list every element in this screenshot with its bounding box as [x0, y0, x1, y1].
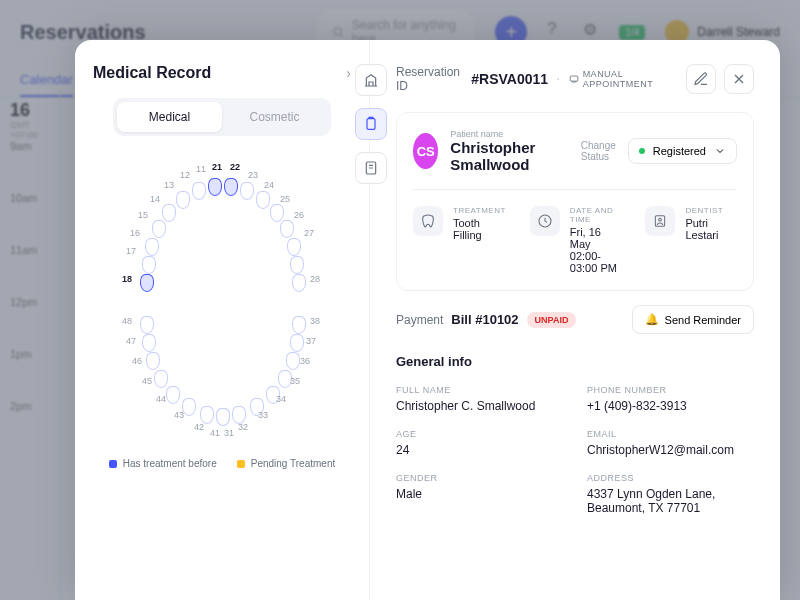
address: 4337 Lynn Ogden Lane, Beaumont, TX 77701 — [587, 487, 754, 515]
reservation-details: Reservation ID #RSVA0011 · MANUAL APPOIN… — [370, 40, 780, 600]
medical-record-title: Medical Record — [93, 64, 211, 82]
svg-point-6 — [659, 218, 662, 221]
status-select[interactable]: Registered — [628, 138, 737, 164]
note-icon[interactable] — [355, 152, 387, 184]
edit-button[interactable] — [686, 64, 716, 94]
teeth-chart[interactable]: 2122 1112 1314 1516 1718 2324 2526 2728 … — [112, 156, 332, 446]
record-type-segment: Medical Cosmetic — [113, 98, 331, 136]
tooth-icon — [413, 206, 443, 236]
chart-legend: Has treatment before Pending Treatment — [93, 458, 351, 469]
reservation-modal: Medical Record › Medical Cosmetic — [75, 40, 780, 600]
clock-icon — [530, 206, 560, 236]
payment-status-badge: UNPAID — [527, 312, 577, 328]
close-button[interactable] — [724, 64, 754, 94]
medical-record-panel: Medical Record › Medical Cosmetic — [75, 40, 370, 600]
dentist-icon — [645, 206, 675, 236]
general-info-grid: FULL NAMEChristopher C. Smallwood PHONE … — [396, 385, 754, 515]
phone: +1 (409)-832-3913 — [587, 399, 754, 413]
patient-avatar: CS — [413, 133, 438, 169]
gender: Male — [396, 487, 563, 501]
general-info-title: General info — [396, 354, 754, 369]
clipboard-icon[interactable] — [355, 108, 387, 140]
send-reminder-button[interactable]: 🔔Send Reminder — [632, 305, 754, 334]
reservation-id: #RSVA0011 — [471, 71, 548, 87]
reservation-id-label: Reservation ID — [396, 65, 463, 93]
patient-name: Christopher Smallwood — [450, 139, 568, 173]
bill-number: Bill #10102 — [451, 312, 518, 327]
svg-rect-1 — [367, 119, 375, 130]
bank-icon[interactable] — [355, 64, 387, 96]
tab-medical[interactable]: Medical — [117, 102, 222, 132]
age: 24 — [396, 443, 563, 457]
chevron-right-icon[interactable]: › — [346, 65, 351, 81]
full-name: Christopher C. Smallwood — [396, 399, 563, 413]
patient-card: CS Patient name Christopher Smallwood Ch… — [396, 112, 754, 291]
email: ChristopherW12@mail.com — [587, 443, 754, 457]
manual-badge: MANUAL APPOINTMENT — [569, 69, 678, 89]
tab-cosmetic[interactable]: Cosmetic — [222, 102, 327, 132]
svg-rect-3 — [570, 76, 578, 81]
